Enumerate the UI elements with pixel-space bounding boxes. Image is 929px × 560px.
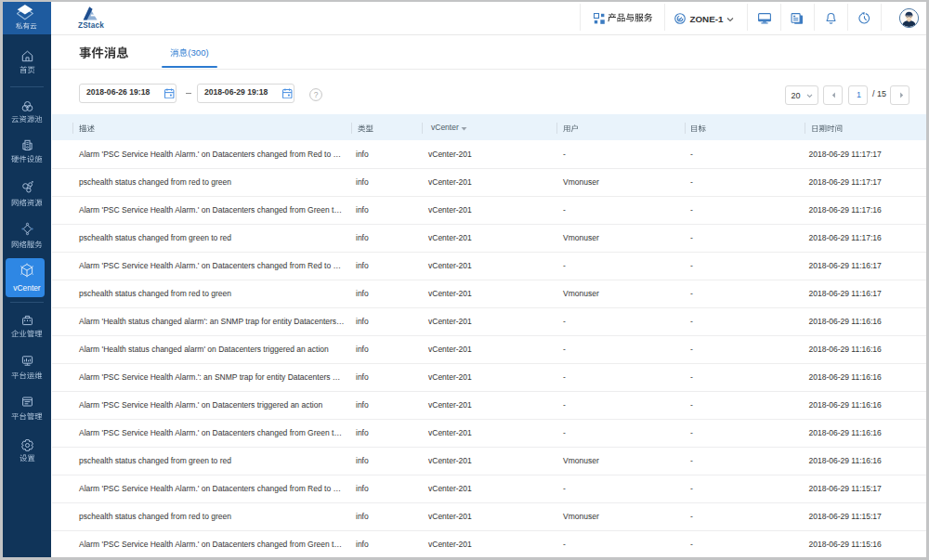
svg-text:?: ?	[314, 90, 319, 99]
